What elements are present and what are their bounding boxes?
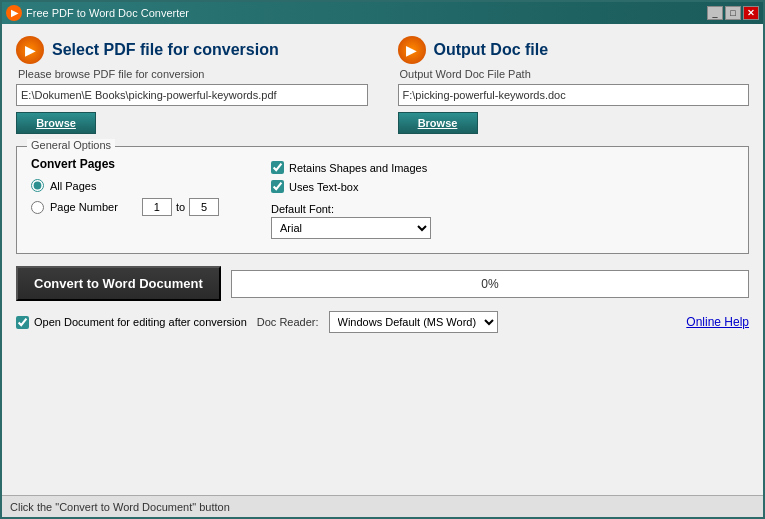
open-doc-label: Open Document for editing after conversi…	[34, 316, 247, 328]
top-section: ▶ Select PDF file for conversion Please …	[16, 36, 749, 134]
retains-shapes-row: Retains Shapes and Images	[271, 161, 734, 174]
window-content: ▶ Select PDF file for conversion Please …	[2, 24, 763, 495]
app-icon: ▶	[6, 5, 22, 21]
doc-reader-select[interactable]: Windows Default (MS Word) OpenOffice Lib…	[329, 311, 498, 333]
doc-subtitle: Output Word Doc File Path	[400, 68, 750, 80]
uses-textbox-label: Uses Text-box	[289, 181, 359, 193]
uses-textbox-row: Uses Text-box	[271, 180, 734, 193]
title-bar-left: ▶ Free PDF to Word Doc Converter	[6, 5, 189, 21]
progress-bar-container: 0%	[231, 270, 749, 298]
pdf-section-title: Select PDF file for conversion	[52, 41, 279, 59]
right-options: Retains Shapes and Images Uses Text-box …	[271, 157, 734, 239]
convert-row: Convert to Word Document 0%	[16, 266, 749, 301]
general-options-legend: General Options	[27, 139, 115, 151]
main-window: ▶ Free PDF to Word Doc Converter _ □ ✕ ▶…	[0, 0, 765, 519]
page-number-label: Page Number	[50, 201, 118, 213]
pdf-file-input[interactable]	[16, 84, 368, 106]
minimize-button[interactable]: _	[707, 6, 723, 20]
doc-arrow-icon: ▶	[398, 36, 426, 64]
progress-text: 0%	[481, 277, 498, 291]
all-pages-row: All Pages	[31, 179, 251, 192]
uses-textbox-checkbox[interactable]	[271, 180, 284, 193]
page-from-input[interactable]	[142, 198, 172, 216]
online-help-link[interactable]: Online Help	[686, 315, 749, 329]
doc-browse-button[interactable]: Browse	[398, 112, 478, 134]
restore-button[interactable]: □	[725, 6, 741, 20]
convert-pages-title: Convert Pages	[31, 157, 251, 171]
title-bar: ▶ Free PDF to Word Doc Converter _ □ ✕	[2, 2, 763, 24]
convert-pages-section: Convert Pages All Pages Page Number to	[31, 157, 251, 239]
pdf-input-section: ▶ Select PDF file for conversion Please …	[16, 36, 368, 134]
window-controls: _ □ ✕	[707, 6, 759, 20]
status-bar: Click the "Convert to Word Document" but…	[2, 495, 763, 517]
bottom-row: Open Document for editing after conversi…	[16, 311, 749, 333]
convert-button[interactable]: Convert to Word Document	[16, 266, 221, 301]
window-title: Free PDF to Word Doc Converter	[26, 7, 189, 19]
close-button[interactable]: ✕	[743, 6, 759, 20]
page-number-row: Page Number to	[31, 198, 251, 216]
status-text: Click the "Convert to Word Document" but…	[10, 501, 230, 513]
page-to-input[interactable]	[189, 198, 219, 216]
all-pages-radio[interactable]	[31, 179, 44, 192]
doc-reader-label: Doc Reader:	[257, 316, 319, 328]
pdf-arrow-icon: ▶	[16, 36, 44, 64]
doc-output-section: ▶ Output Doc file Output Word Doc File P…	[398, 36, 750, 134]
options-inner: Convert Pages All Pages Page Number to	[31, 157, 734, 239]
font-label: Default Font:	[271, 203, 734, 215]
page-to-label: to	[176, 201, 185, 213]
retains-shapes-label: Retains Shapes and Images	[289, 162, 427, 174]
general-options-panel: General Options Convert Pages All Pages …	[16, 146, 749, 254]
retains-shapes-checkbox[interactable]	[271, 161, 284, 174]
all-pages-label: All Pages	[50, 180, 96, 192]
page-number-radio[interactable]	[31, 201, 44, 214]
page-range: to	[142, 198, 219, 216]
font-section: Default Font: Arial Times New Roman Cour…	[271, 203, 734, 239]
doc-file-input[interactable]	[398, 84, 750, 106]
open-doc-checkbox-row: Open Document for editing after conversi…	[16, 316, 247, 329]
doc-section-title: Output Doc file	[434, 41, 549, 59]
open-doc-checkbox[interactable]	[16, 316, 29, 329]
doc-section-header: ▶ Output Doc file	[398, 36, 750, 64]
pdf-subtitle: Please browse PDF file for conversion	[18, 68, 368, 80]
pdf-browse-button[interactable]: Browse	[16, 112, 96, 134]
font-select[interactable]: Arial Times New Roman Courier New Verdan…	[271, 217, 431, 239]
pdf-section-header: ▶ Select PDF file for conversion	[16, 36, 368, 64]
